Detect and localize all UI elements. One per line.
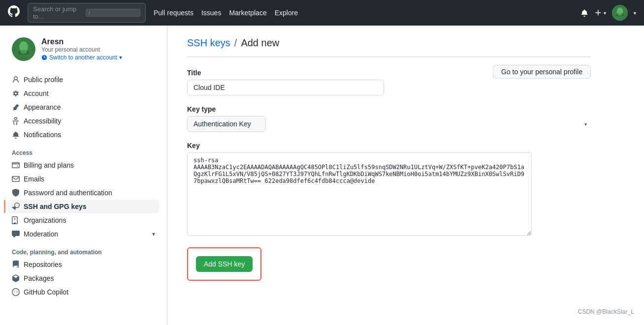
bell-icon: [12, 131, 20, 139]
sidebar-item-emails[interactable]: Emails: [8, 172, 159, 186]
copilot-icon: [12, 288, 20, 296]
switch-account-link[interactable]: Switch to another account ▾: [41, 54, 122, 61]
sidebar-item-password[interactable]: Password and authentication: [8, 186, 159, 200]
sidebar-item-copilot[interactable]: GitHub Copilot: [8, 285, 159, 299]
access-section-label: Access: [12, 149, 155, 156]
sidebar-username: Aresn: [41, 37, 122, 46]
svg-point-3: [618, 13, 622, 16]
page-container: Aresn Your personal account Switch to an…: [0, 26, 644, 325]
select-arrow-icon: ▾: [584, 121, 587, 127]
person-icon: [12, 76, 20, 84]
sidebar-avatar: [12, 37, 35, 61]
sidebar-item-packages[interactable]: Packages: [8, 271, 159, 285]
sidebar: Aresn Your personal account Switch to an…: [0, 26, 167, 325]
topnav-right: ▾ ▾: [580, 5, 636, 21]
credit-card-icon: [12, 161, 20, 169]
key-icon: [12, 203, 20, 210]
title-input[interactable]: [187, 80, 384, 95]
add-menu-button[interactable]: ▾: [594, 9, 606, 17]
go-to-profile-button[interactable]: Go to your personal profile: [493, 65, 591, 79]
slash-key: /: [86, 9, 140, 17]
sidebar-user-subtitle: Your personal account: [41, 46, 122, 53]
sidebar-main-items: Public profile Account Appearance Access…: [8, 73, 159, 142]
key-type-select-wrapper: Authentication Key Signing Key ▾: [187, 116, 591, 132]
chevron-down-icon: ▾: [152, 231, 155, 237]
explore-link[interactable]: Explore: [275, 9, 298, 17]
accessibility-icon: [12, 117, 20, 125]
watermark: CSDN @BlackStar_L: [578, 308, 634, 315]
notifications-button[interactable]: [580, 9, 588, 17]
sidebar-item-account[interactable]: Account: [8, 87, 159, 100]
topnav-links: Pull requests Issues Marketplace Explore: [154, 9, 298, 17]
search-placeholder: Search or jump to...: [33, 5, 82, 20]
sidebar-item-notifications[interactable]: Notifications: [8, 128, 159, 142]
pull-requests-link[interactable]: Pull requests: [154, 9, 193, 17]
breadcrumb-current: Add new: [241, 37, 279, 49]
ssh-keys-link[interactable]: SSH keys: [187, 37, 230, 49]
sidebar-item-moderation[interactable]: Moderation ▾: [8, 227, 159, 241]
sidebar-user: Aresn Your personal account Switch to an…: [8, 37, 159, 61]
sidebar-item-accessibility[interactable]: Accessibility: [8, 114, 159, 128]
sidebar-item-appearance[interactable]: Appearance: [8, 100, 159, 114]
organization-icon: [12, 216, 20, 224]
sidebar-item-repositories[interactable]: Repositories: [8, 258, 159, 271]
breadcrumb: SSH keys / Add new: [187, 37, 591, 57]
issues-link[interactable]: Issues: [201, 9, 221, 17]
sidebar-item-public-profile[interactable]: Public profile: [8, 73, 159, 87]
topnav: Search or jump to... / Pull requests Iss…: [0, 0, 644, 26]
sidebar-item-organizations[interactable]: Organizations: [8, 213, 159, 227]
github-logo-icon[interactable]: [8, 5, 20, 20]
paintbrush-icon: [12, 103, 20, 111]
key-label: Key: [187, 142, 591, 149]
key-type-select[interactable]: Authentication Key Signing Key: [187, 116, 266, 132]
package-icon: [12, 274, 20, 282]
user-avatar[interactable]: [612, 5, 628, 21]
sidebar-item-ssh-gpg[interactable]: SSH and GPG keys: [8, 200, 159, 213]
sidebar-code-items: Repositories Packages GitHub Copilot: [8, 258, 159, 299]
key-group: Key ssh-rsa AAAAB3NzaC1yc2EAAAADAQABAAAA…: [187, 142, 591, 237]
sidebar-item-billing[interactable]: Billing and plans: [8, 158, 159, 172]
key-type-label: Key type: [187, 105, 591, 113]
search-box[interactable]: Search or jump to... /: [28, 3, 146, 23]
marketplace-link[interactable]: Marketplace: [229, 9, 266, 17]
code-section-label: Code, planning, and automation: [12, 249, 155, 256]
svg-point-7: [20, 50, 27, 54]
breadcrumb-separator: /: [234, 37, 237, 49]
add-key-highlight-area: Add SSH key: [187, 247, 261, 281]
shield-icon: [12, 189, 20, 197]
comment-icon: [12, 230, 20, 238]
repo-icon: [12, 261, 20, 268]
add-ssh-key-button[interactable]: Add SSH key: [196, 256, 253, 272]
main-content: Go to your personal profile SSH keys / A…: [167, 26, 611, 325]
sidebar-access-items: Billing and plans Emails Password and au…: [8, 158, 159, 241]
mail-icon: [12, 175, 20, 183]
key-textarea[interactable]: ssh-rsa AAAAB3NzaC1yc2EAAAADAQABAAAAAgQC…: [187, 152, 532, 236]
key-type-group: Key type Authentication Key Signing Key …: [187, 105, 591, 132]
gear-icon: [12, 89, 20, 97]
